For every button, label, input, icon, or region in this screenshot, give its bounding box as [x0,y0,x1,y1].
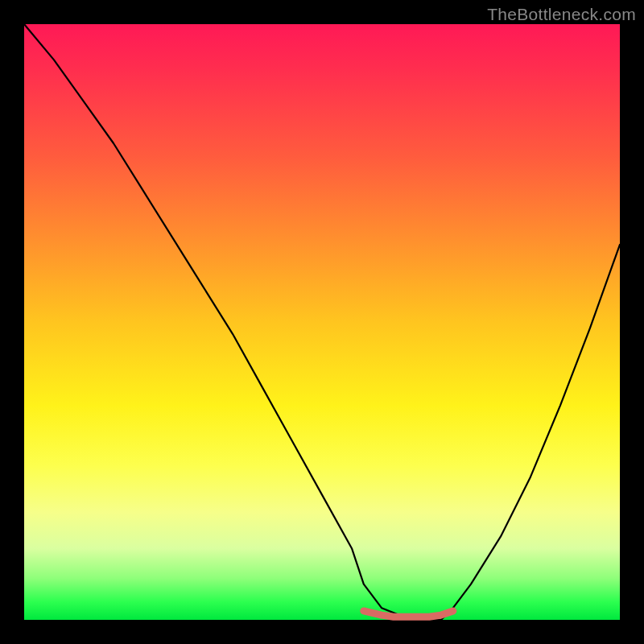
bottleneck-curve [24,24,620,620]
optimal-range-marker [364,611,453,617]
plot-area [24,24,620,620]
watermark-text: TheBottleneck.com [487,5,636,24]
chart-frame: TheBottleneck.com [0,0,644,644]
curve-layer [24,24,620,620]
